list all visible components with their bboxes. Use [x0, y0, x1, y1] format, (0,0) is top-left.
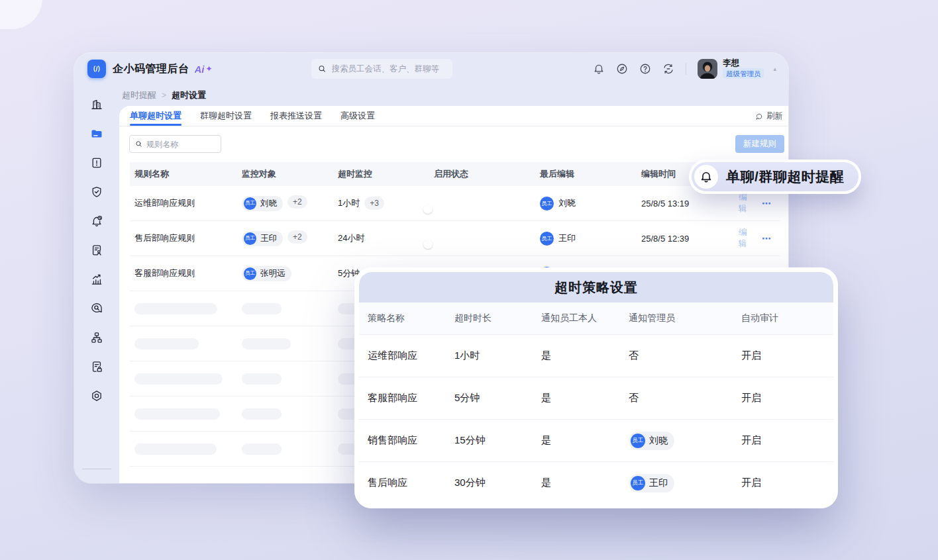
sync-icon[interactable]: [662, 63, 674, 75]
app-logo-code-icon: [87, 60, 106, 78]
table-row: 运维部响应规则 员工 刘晓 +2 1小时+3 员工 刘晓 25/8/5 13:1…: [130, 186, 780, 221]
tab-single-chat-timeout[interactable]: 单聊超时设置: [130, 106, 182, 125]
notification-bell-icon[interactable]: [593, 63, 605, 75]
timeout-policy-modal: 超时策略设置 策略名称 超时时长 通知员工本人 通知管理员 自动审计 运维部响应…: [354, 267, 838, 508]
breadcrumb-current: 超时设置: [172, 89, 206, 101]
app-header: 企小码管理后台 Ai ✦: [74, 53, 788, 85]
callout-label: 单聊/群聊超时提醒: [726, 167, 844, 186]
sidebar-settings-icon[interactable]: [90, 389, 103, 402]
user-role-badge: 超级管理员: [723, 68, 764, 79]
global-search-input[interactable]: [332, 64, 446, 73]
col-rule-name: 规则名称: [130, 168, 237, 180]
target-extra-count: +2: [287, 195, 307, 209]
more-actions-icon[interactable]: ⋯: [762, 234, 772, 243]
modal-title: 超时策略设置: [359, 272, 833, 303]
staff-badge-icon: 员工: [631, 434, 645, 448]
modal-table-header: 策略名称 超时时长 通知员工本人 通知管理员 自动审计: [359, 303, 833, 334]
rule-name: 售后部响应规则: [130, 232, 237, 244]
col-policy-name: 策略名称: [363, 312, 450, 324]
search-icon: [318, 64, 327, 73]
sidebar-doc-lock-icon[interactable]: [90, 360, 103, 373]
user-avatar: [698, 59, 717, 79]
table-row: 售后部响应规则 员工 王印 +2 24小时 员工 王印 25/8/5 12:39…: [130, 221, 780, 256]
rule-name-input[interactable]: [146, 140, 215, 149]
sidebar-chart-icon[interactable]: [90, 273, 103, 286]
target-chip: 员工 张明远: [242, 266, 291, 281]
user-menu[interactable]: 李想 超级管理员 ▴: [698, 59, 776, 79]
table-toolbar: 新建规则: [119, 126, 788, 162]
user-name: 李想: [723, 59, 764, 68]
col-notify-admin: 通知管理员: [624, 312, 737, 324]
rule-name: 客服部响应规则: [130, 267, 237, 279]
bell-icon: [694, 165, 718, 189]
policy-row: 售后响应 30分钟 是 员工 王印 开启: [359, 461, 833, 504]
tab-advanced[interactable]: 高级设置: [340, 106, 375, 125]
policy-row: 销售部响应 15分钟 是 员工 刘晓 开启: [359, 419, 833, 461]
compass-icon[interactable]: [616, 63, 628, 75]
breadcrumb: 超时提醒 > 超时设置: [122, 85, 206, 106]
sidebar-chat-search-icon[interactable]: [90, 302, 103, 315]
refresh-icon: [755, 113, 763, 120]
admin-chip: 员工 刘晓: [629, 432, 674, 450]
sidebar: [74, 85, 119, 483]
timeout-reminder-callout: 单聊/群聊超时提醒: [689, 160, 861, 194]
background-decoration: [0, 0, 42, 29]
sidebar-bell-clock-icon[interactable]: [90, 214, 103, 228]
policy-row: 运维部响应 1小时 是 否 开启: [359, 334, 833, 377]
more-actions-icon[interactable]: ⋯: [762, 199, 772, 208]
sidebar-doc-alert-icon[interactable]: [90, 156, 103, 169]
target-chip: 员工 刘晓: [242, 196, 283, 211]
rule-name: 运维部响应规则: [130, 197, 237, 209]
edit-time: 25/8/5 13:19: [637, 199, 734, 209]
sidebar-shield-check-icon[interactable]: [90, 185, 103, 199]
tab-report-push[interactable]: 报表推送设置: [270, 106, 322, 125]
tab-group-chat-timeout[interactable]: 群聊超时设置: [200, 106, 252, 125]
search-icon: [135, 140, 142, 148]
create-rule-button[interactable]: 新建规则: [735, 135, 784, 153]
header-divider: [686, 63, 686, 75]
col-timeout-duration: 超时时长: [450, 312, 537, 324]
tab-bar: 单聊超时设置 群聊超时设置 报表推送设置 高级设置 刷新: [119, 106, 788, 126]
ai-badge: Ai: [195, 64, 205, 75]
timeout-extra-count: +3: [364, 197, 384, 210]
col-last-editor: 最后编辑: [535, 168, 637, 180]
breadcrumb-separator-icon: >: [162, 91, 166, 100]
app-title: 企小码管理后台: [113, 62, 189, 76]
edit-button[interactable]: 编辑: [739, 227, 753, 250]
staff-badge-icon: 员工: [244, 232, 256, 245]
col-timeout-monitor: 超时监控: [333, 168, 429, 180]
staff-badge-icon: 员工: [244, 267, 256, 280]
target-chip: 员工 王印: [242, 231, 283, 246]
sparkle-icon: ✦: [206, 64, 213, 73]
refresh-button[interactable]: 刷新: [755, 106, 783, 126]
sidebar-divider: [82, 469, 111, 469]
col-notify-self: 通知员工本人: [537, 312, 624, 324]
admin-chip: 员工 王印: [629, 474, 674, 492]
sidebar-company-icon[interactable]: [90, 98, 103, 111]
edit-button[interactable]: 编辑: [739, 192, 753, 214]
edit-time: 25/8/5 12:39: [637, 234, 734, 244]
user-menu-caret-icon: ▴: [773, 66, 776, 72]
global-search[interactable]: [311, 59, 452, 79]
breadcrumb-parent[interactable]: 超时提醒: [122, 89, 156, 101]
sidebar-doc-person-icon[interactable]: [90, 244, 103, 257]
staff-badge-icon: 员工: [540, 197, 554, 210]
sidebar-org-chart-icon[interactable]: [90, 331, 103, 344]
staff-badge-icon: 员工: [631, 476, 645, 490]
rules-table-header: 规则名称 监控对象 超时监控 启用状态 最后编辑 编辑时间: [130, 162, 780, 186]
staff-badge-icon: 员工: [540, 232, 554, 246]
policy-row: 客服部响应 5分钟 是 否 开启: [359, 377, 833, 419]
col-monitor-target: 监控对象: [237, 168, 333, 180]
staff-badge-icon: 员工: [244, 197, 256, 210]
col-enabled-state: 启用状态: [429, 168, 535, 180]
sidebar-folder-icon-active[interactable]: [90, 127, 103, 140]
rule-name-filter[interactable]: [129, 135, 221, 153]
help-icon[interactable]: [639, 63, 651, 75]
col-auto-audit: 自动审计: [737, 312, 829, 324]
target-extra-count: +2: [287, 230, 307, 244]
